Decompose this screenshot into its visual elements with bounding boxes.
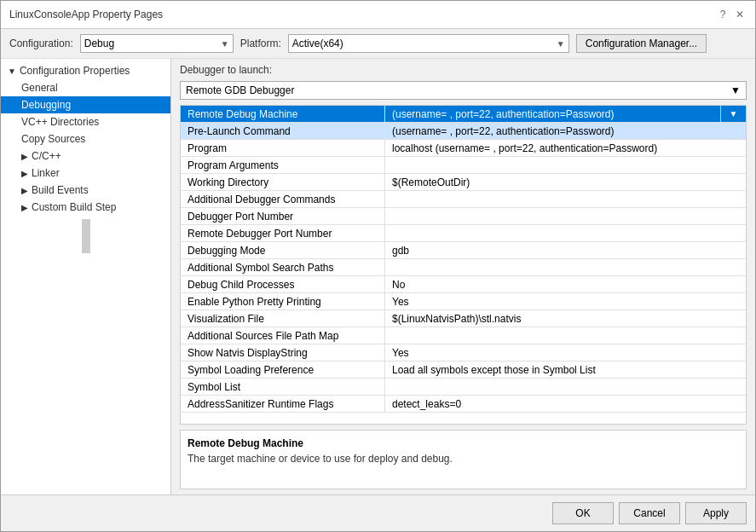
right-panel: Debugger to launch: Remote GDB Debugger … bbox=[171, 59, 755, 494]
sidebar-item-debugging-label: Debugging bbox=[21, 99, 71, 111]
config-dropdown[interactable]: Debug ▼ bbox=[80, 34, 234, 53]
table-row[interactable]: Debug Child ProcessesNo bbox=[181, 276, 746, 293]
table-row[interactable]: Remote Debugger Port Number bbox=[181, 225, 746, 242]
config-value: Debug bbox=[84, 38, 114, 49]
sidebar-item-custom-build[interactable]: ▶ Custom Build Step bbox=[1, 199, 170, 216]
dialog: LinuxConsoleApp Property Pages ? ✕ Confi… bbox=[0, 0, 756, 532]
prop-value-cell[interactable]: detect_leaks=0 bbox=[385, 396, 746, 412]
sidebar-item-build-events[interactable]: ▶ Build Events bbox=[1, 182, 170, 199]
prop-value-cell[interactable]: $(LinuxNatvisPath)\stl.natvis bbox=[385, 310, 746, 327]
config-label: Configuration: bbox=[9, 38, 73, 49]
prop-value-cell[interactable] bbox=[385, 259, 746, 275]
config-row: Configuration: Debug ▼ Platform: Active(… bbox=[1, 29, 755, 59]
sidebar-item-general[interactable]: General bbox=[1, 79, 170, 96]
titlebar-controls: ? ✕ bbox=[716, 8, 747, 21]
table-row[interactable]: Enable Python Pretty PrintingYes bbox=[181, 293, 746, 310]
debugger-row: Debugger to launch: bbox=[171, 59, 755, 81]
build-events-toggle: ▶ bbox=[21, 186, 28, 195]
titlebar: LinuxConsoleApp Property Pages ? ✕ bbox=[1, 1, 755, 29]
prop-value-cell[interactable]: (username= , port=22, authentication=Pas… bbox=[385, 106, 720, 122]
debugger-dropdown-container: Remote GDB Debugger ▼ bbox=[171, 81, 755, 105]
table-row[interactable]: Working Directory$(RemoteOutDir) bbox=[181, 174, 746, 191]
prop-value-cell[interactable]: Load all symbols except those in Symbol … bbox=[385, 361, 746, 378]
table-row[interactable]: Show Natvis DisplayStringYes bbox=[181, 344, 746, 361]
sidebar-item-vcpp-dirs[interactable]: VC++ Directories bbox=[1, 113, 170, 130]
prop-value-cell[interactable]: localhost (username= , port=22, authenti… bbox=[385, 140, 746, 156]
custom-build-toggle: ▶ bbox=[21, 203, 28, 212]
table-row[interactable]: Programlocalhost (username= , port=22, a… bbox=[181, 140, 746, 157]
platform-value: Active(x64) bbox=[292, 38, 343, 49]
prop-value-cell[interactable]: Yes bbox=[385, 293, 746, 309]
sidebar-scrollbar-thumb[interactable] bbox=[82, 219, 90, 253]
prop-value-cell[interactable] bbox=[385, 191, 746, 207]
prop-name-cell: Remote Debug Machine bbox=[181, 106, 385, 122]
cancel-button[interactable]: Cancel bbox=[619, 502, 680, 524]
prop-name-cell: Symbol Loading Preference bbox=[181, 361, 385, 378]
sidebar-item-copy-sources-label: Copy Sources bbox=[21, 133, 85, 145]
table-row[interactable]: AddressSanitizer Runtime Flagsdetect_lea… bbox=[181, 396, 746, 413]
prop-value-cell[interactable]: Yes bbox=[385, 344, 746, 361]
linker-toggle: ▶ bbox=[21, 169, 28, 178]
table-row[interactable]: Additional Symbol Search Paths bbox=[181, 259, 746, 276]
prop-value-cell[interactable] bbox=[385, 157, 746, 173]
prop-value-cell[interactable] bbox=[385, 208, 746, 224]
close-button[interactable]: ✕ bbox=[733, 8, 747, 21]
table-row[interactable]: Visualization File$(LinuxNatvisPath)\stl… bbox=[181, 310, 746, 327]
debugger-arrow: ▼ bbox=[730, 84, 741, 96]
sidebar-item-config-props-label: Configuration Properties bbox=[20, 65, 130, 77]
prop-value-cell[interactable] bbox=[385, 379, 746, 395]
help-button[interactable]: ? bbox=[716, 8, 730, 21]
platform-label: Platform: bbox=[240, 38, 281, 49]
table-row[interactable]: Debugging Modegdb bbox=[181, 242, 746, 259]
prop-value-cell[interactable] bbox=[385, 327, 746, 344]
table-row[interactable]: Pre-Launch Command(username= , port=22, … bbox=[181, 123, 746, 140]
config-props-toggle: ▼ bbox=[8, 66, 16, 76]
prop-name-cell: Program Arguments bbox=[181, 157, 385, 173]
platform-dropdown[interactable]: Active(x64) ▼ bbox=[288, 34, 569, 53]
debugger-dropdown[interactable]: Remote GDB Debugger ▼ bbox=[180, 81, 747, 100]
table-row[interactable]: Symbol Loading PreferenceLoad all symbol… bbox=[181, 361, 746, 379]
config-manager-button[interactable]: Configuration Manager... bbox=[576, 34, 707, 53]
sidebar-item-cpp[interactable]: ▶ C/C++ bbox=[1, 147, 170, 165]
platform-dropdown-arrow: ▼ bbox=[557, 39, 565, 49]
prop-value-cell[interactable]: $(RemoteOutDir) bbox=[385, 174, 746, 190]
prop-name-cell: Program bbox=[181, 140, 385, 156]
prop-dropdown-btn[interactable]: ▼ bbox=[720, 106, 746, 122]
prop-name-cell: AddressSanitizer Runtime Flags bbox=[181, 396, 385, 412]
prop-name-cell: Show Natvis DisplayString bbox=[181, 344, 385, 361]
desc-title: Remote Debug Machine bbox=[188, 437, 739, 449]
prop-name-cell: Pre-Launch Command bbox=[181, 123, 385, 139]
sidebar: ▼ Configuration Properties General Debug… bbox=[1, 59, 171, 494]
prop-value-cell[interactable]: (username= , port=22, authentication=Pas… bbox=[385, 123, 746, 139]
debugger-value: Remote GDB Debugger bbox=[186, 84, 294, 96]
prop-name-cell: Additional Sources File Path Map bbox=[181, 327, 385, 344]
sidebar-item-linker[interactable]: ▶ Linker bbox=[1, 165, 170, 182]
sidebar-item-general-label: General bbox=[21, 82, 58, 94]
prop-name-cell: Additional Symbol Search Paths bbox=[181, 259, 385, 275]
bottom-buttons: OK Cancel Apply bbox=[1, 494, 755, 531]
prop-name-cell: Additional Debugger Commands bbox=[181, 191, 385, 207]
prop-name-cell: Remote Debugger Port Number bbox=[181, 225, 385, 241]
table-row[interactable]: Symbol List bbox=[181, 379, 746, 396]
prop-name-cell: Enable Python Pretty Printing bbox=[181, 293, 385, 309]
config-dropdown-arrow: ▼ bbox=[221, 39, 229, 49]
ok-button[interactable]: OK bbox=[552, 502, 614, 524]
property-table: Remote Debug Machine(username= , port=22… bbox=[180, 105, 747, 425]
cpp-toggle: ▶ bbox=[21, 152, 28, 161]
prop-value-cell[interactable] bbox=[385, 225, 746, 241]
table-row[interactable]: Additional Sources File Path Map bbox=[181, 327, 746, 344]
prop-value-cell[interactable]: gdb bbox=[385, 242, 746, 258]
prop-name-cell: Debug Child Processes bbox=[181, 276, 385, 292]
prop-value-cell[interactable]: No bbox=[385, 276, 746, 292]
table-row[interactable]: Debugger Port Number bbox=[181, 208, 746, 225]
sidebar-item-debugging[interactable]: Debugging bbox=[1, 96, 170, 113]
sidebar-item-config-props[interactable]: ▼ Configuration Properties bbox=[1, 62, 170, 79]
apply-button[interactable]: Apply bbox=[685, 502, 747, 524]
dialog-title: LinuxConsoleApp Property Pages bbox=[9, 9, 163, 20]
table-row[interactable]: Additional Debugger Commands bbox=[181, 191, 746, 208]
table-row[interactable]: Remote Debug Machine(username= , port=22… bbox=[181, 106, 746, 123]
description-panel: Remote Debug Machine The target machine … bbox=[180, 430, 747, 489]
main-content: ▼ Configuration Properties General Debug… bbox=[1, 59, 755, 494]
table-row[interactable]: Program Arguments bbox=[181, 157, 746, 174]
sidebar-item-copy-sources[interactable]: Copy Sources bbox=[1, 130, 170, 147]
